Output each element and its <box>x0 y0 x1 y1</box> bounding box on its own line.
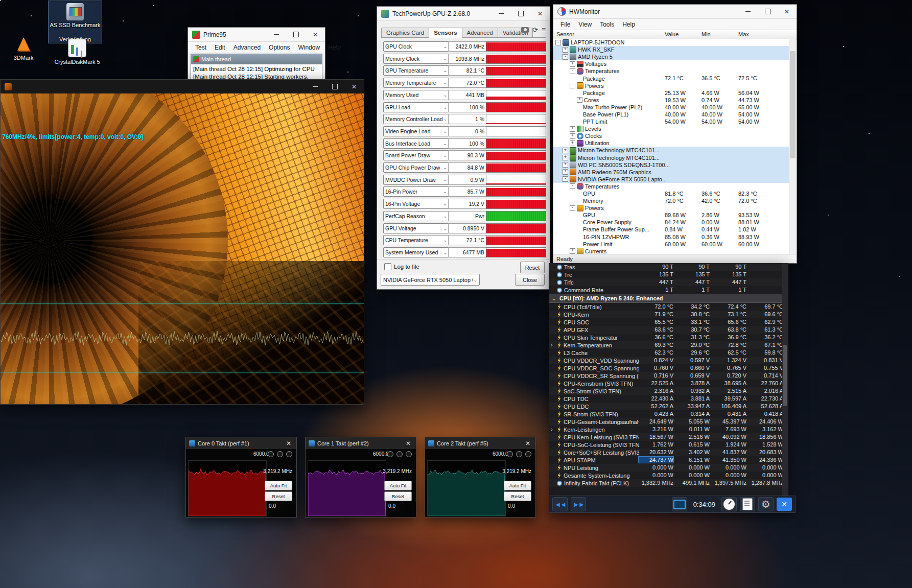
gpu-select-dropdown[interactable]: NVIDIA GeForce RTX 5050 Laptop GPU ⌄ <box>381 274 480 286</box>
graph-option-knob[interactable] <box>516 451 522 457</box>
close-button[interactable]: ✕ <box>306 28 325 41</box>
hwmonitor-row[interactable]: +Voltages <box>553 60 789 67</box>
core-window-titlebar[interactable]: Core 2 Takt (perf #5)✕ <box>425 437 535 449</box>
hwmonitor-row[interactable]: Frame Buffer Power Sup...0.84 W0.44 W1.0… <box>553 226 789 233</box>
hwinfo-row[interactable]: CPU SOC65.5 °C33.1 °C65.6 °C62.9 °C <box>549 318 788 326</box>
hwmonitor-row[interactable]: -Temperatures <box>553 183 789 190</box>
tree-collapse-toggle[interactable]: - <box>563 176 568 182</box>
hwmonitor-row[interactable]: +Micron Technology MTC4C101... <box>553 154 789 161</box>
sensor-name-dropdown[interactable]: PerfCap Reason⌄ <box>383 211 449 221</box>
hwmonitor-row[interactable]: PPT Limit54.00 W54.00 W54.00 W <box>553 118 789 125</box>
sensor-name-dropdown[interactable]: GPU Voltage⌄ <box>383 223 449 233</box>
sensor-name-dropdown[interactable]: GPU Chip Power Draw⌄ <box>383 162 449 173</box>
reset-button[interactable]: Reset <box>504 491 531 501</box>
sensor-name-dropdown[interactable]: GPU Temperature⌄ <box>383 65 449 76</box>
tree-collapse-toggle[interactable]: - <box>570 68 575 74</box>
tree-expand-toggle[interactable]: + <box>563 155 568 160</box>
hwmonitor-row[interactable]: GPU89.68 W2.86 W93.53 W <box>553 211 789 219</box>
hwmonitor-row[interactable]: -NVIDIA GeForce RTX 5050 Lapto... <box>553 176 789 183</box>
scrollbar[interactable] <box>789 39 796 254</box>
graph-option-knob[interactable] <box>277 451 283 457</box>
hwinfo-row[interactable]: CPU Kern-Leistung (SVI3 TFN)18.567 W2.51… <box>549 433 788 441</box>
desktop-icon-cdm[interactable]: CrystalDiskMark 5 <box>51 37 104 66</box>
close-button[interactable]: ✕ <box>401 437 416 449</box>
hwinfo-row[interactable]: L3 Cache62.3 °C29.6 °C62.5 °C59.8 °C <box>549 349 788 357</box>
hwinfo-row[interactable]: CPU VDDCR_SOC Spannung (SVI...0.760 V0.6… <box>549 364 788 372</box>
hwinfo-row[interactable]: CPU-Gesamt-Leistungsaufnahme24.649 W5.05… <box>549 418 788 426</box>
tree-collapse-toggle[interactable]: - <box>570 83 575 88</box>
hwinfo-row[interactable]: ›Kern-Temperaturen69.3 °C29.0 °C72.8 °C6… <box>549 341 788 349</box>
hwmonitor-row[interactable]: +Cores19.53 W0.74 W44.73 W <box>553 97 789 104</box>
maximize-button[interactable] <box>325 80 344 93</box>
hwmonitor-row[interactable]: Memory72.0 °C42.0 °C72.0 °C <box>553 197 789 204</box>
hwmonitor-row[interactable]: -AMD Ryzen 5 <box>553 53 789 60</box>
hwmonitor-row[interactable]: 16-PIN 12VHPWR85.08 W0.36 W88.93 W <box>553 233 789 241</box>
menu-item-file[interactable]: File <box>556 20 574 29</box>
hwinfo-row[interactable]: Tras90 T90 T90 T <box>549 263 788 271</box>
sensor-name-dropdown[interactable]: Memory Controller Load⌄ <box>383 114 449 124</box>
hwmonitor-row[interactable]: Max Turbo Power (PL2)40.00 W40.00 W65.00… <box>553 104 789 111</box>
hwinfo-row[interactable]: SR-Strom (SVI3 TFN)0.423 A0.314 A0.431 A… <box>549 410 788 418</box>
tab-advanced[interactable]: Advanced <box>462 28 498 37</box>
gpuz-titlebar[interactable]: TechPowerUp GPU-Z 2.68.0 ✕ <box>377 7 550 21</box>
sensor-name-dropdown[interactable]: CPU Temperature⌄ <box>383 235 449 245</box>
hwmonitor-row[interactable]: +WD PC SN5000S SDEQNSJ-1T00... <box>553 161 789 169</box>
hwmonitor-row[interactable]: -Temperatures <box>553 67 789 75</box>
logging-button[interactable] <box>740 497 755 511</box>
chevron-down-icon[interactable]: ⌄ <box>551 295 556 302</box>
hwmonitor-row[interactable]: -LAPTOP-5JH7DOON <box>553 39 789 46</box>
sensor-name-dropdown[interactable]: Memory Used⌄ <box>383 90 449 100</box>
tree-collapse-toggle[interactable]: - <box>570 183 575 189</box>
log-to-file-checkbox[interactable]: Log to file <box>384 263 419 270</box>
menu-item-tools[interactable]: Tools <box>596 20 618 29</box>
menu-item-test[interactable]: Test <box>191 43 211 52</box>
tree-expand-toggle[interactable]: + <box>570 248 575 254</box>
back-button[interactable]: ◄◄ <box>552 497 568 511</box>
core-window-titlebar[interactable]: Core 1 Takt (perf #2)✕ <box>306 437 416 449</box>
hwmonitor-row[interactable]: -Powers <box>553 82 789 89</box>
checkbox-icon[interactable] <box>384 263 391 270</box>
graph-option-knob[interactable] <box>507 451 513 457</box>
hwmonitor-row[interactable]: GPU81.8 °C36.6 °C82.3 °C <box>553 190 789 197</box>
tab-graphics-card[interactable]: Graphics Card <box>381 28 429 37</box>
col-value[interactable]: Value <box>665 31 679 37</box>
hwinfo-row[interactable]: Gesamte System-Leistung0.000 W0.000 W0.0… <box>549 472 788 479</box>
hwmonitor-row[interactable]: +Clocks <box>553 132 789 139</box>
hwinfo-row[interactable]: CPU-Kern71.9 °C30.8 °C73.1 °C69.6 °C <box>549 311 788 318</box>
hamburger-menu-icon[interactable]: ≡ <box>542 26 546 33</box>
menu-item-edit[interactable]: Edit <box>211 43 229 52</box>
hwinfo-row[interactable]: APU STAPM24.737 W6.151 W41.350 W24.336 W <box>549 456 788 464</box>
furmark-titlebar[interactable]: ✕ <box>1 80 364 94</box>
minimize-button[interactable] <box>492 7 511 20</box>
maximize-button[interactable] <box>511 7 530 20</box>
hwmonitor-row[interactable]: Package72.1 °C36.5 °C72.5 °C <box>553 75 789 82</box>
hwmonitor-row[interactable]: Power Limit60.00 W60.00 W60.00 W <box>553 241 789 248</box>
menu-item-advanced[interactable]: Advanced <box>229 43 265 52</box>
tree-expand-toggle[interactable]: + <box>563 162 568 168</box>
auto-fit-button[interactable]: Auto Fit <box>265 481 292 490</box>
scrollbar[interactable] <box>782 263 788 496</box>
refresh-icon[interactable]: ⟳ <box>532 27 538 33</box>
hwinfo-row[interactable]: Infinity Fabric Takt (FCLK)1,332.9 MHz49… <box>549 479 788 487</box>
screenshot-camera-icon[interactable] <box>521 27 529 33</box>
prime95-titlebar[interactable]: Prime95 ✕ <box>188 28 325 42</box>
graph-option-knob[interactable] <box>396 451 403 457</box>
hwinfo-row[interactable]: Trc135 T135 T135 T <box>549 271 788 278</box>
expand-chevron-icon[interactable]: › <box>551 342 555 348</box>
reset-button[interactable]: Reset <box>265 491 292 501</box>
sensor-name-dropdown[interactable]: GPU Clock⌄ <box>383 41 449 52</box>
hwinfo-row[interactable]: CPU-Kernstrom (SVI3 TFN)22.525 A3.878 A3… <box>549 380 788 387</box>
hwinfo-row[interactable]: CPU (Tctl/Tdie)72.0 °C34.2 °C72.4 °C69.7… <box>549 303 788 311</box>
auto-fit-button[interactable]: Auto Fit <box>504 481 531 490</box>
hwmonitor-row[interactable]: +Micron Technology MTC4C101... <box>553 147 789 154</box>
sensor-name-dropdown[interactable]: Board Power Draw⌄ <box>383 150 449 160</box>
tab-sensors[interactable]: Sensors <box>429 28 462 38</box>
hwinfo-row[interactable]: CPU VDDCR_SR Spannung (SVI3 ...0.716 V0.… <box>549 372 788 380</box>
tree-expand-toggle[interactable]: + <box>570 126 575 132</box>
hwinfo-row[interactable]: CPU EDC52.262 A33.947 A106.409 A52.628 A <box>549 403 788 410</box>
hwinfo-row[interactable]: ›Kern-Leistungen3.216 W0.011 W7.693 W3.1… <box>549 426 788 433</box>
hwmonitor-row[interactable]: -Powers <box>553 204 789 211</box>
hwinfo-row[interactable]: CPU TDC22.430 A3.881 A39.597 A22.730 A <box>549 395 788 403</box>
tree-expand-toggle[interactable]: + <box>563 47 568 53</box>
maximize-button[interactable] <box>758 5 777 18</box>
